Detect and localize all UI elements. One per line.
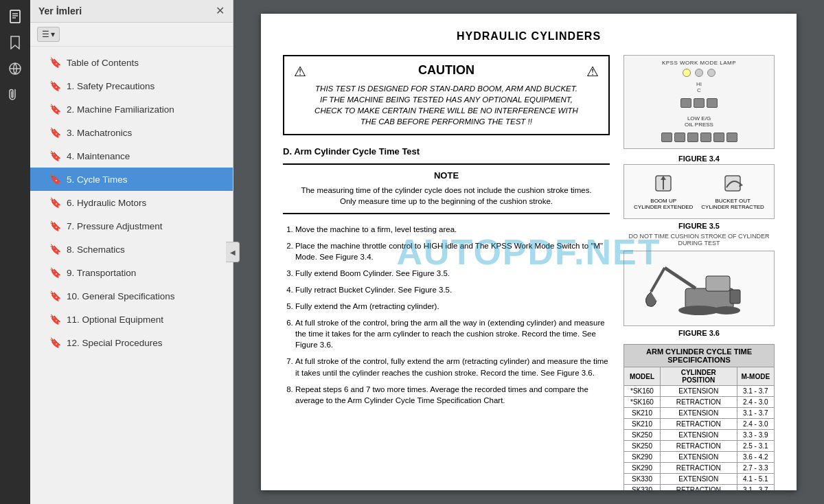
toolbar-icon-link[interactable]	[4, 58, 26, 80]
left-toolbar	[0, 0, 30, 504]
sidebar-tool-button[interactable]: ☰ ▾	[37, 27, 60, 42]
caution-text: THIS TEST IS DESIGNED FOR STAN-DARD BOOM…	[312, 83, 581, 127]
step-4: Fully retract Bucket Cylinder. See Figur…	[295, 284, 610, 295]
sidebar-item-optequip[interactable]: 🔖11. Optional Equipment	[30, 308, 233, 331]
sidebar-nav: 🔖Table of Contents🔖1. Safety Precautions…	[30, 47, 233, 504]
bookmark-icon-hydro: 🔖	[49, 197, 61, 208]
kpss-btn-8[interactable]	[713, 133, 724, 142]
step-5: Fully extend the Arm (retracting cylinde…	[295, 301, 610, 312]
table-row-6: SK290EXTENSION3.6 - 4.2	[624, 452, 775, 463]
bookmark-icon-machine: 🔖	[49, 104, 61, 115]
kpss-title: KPSS WORK MODE LAMP	[662, 60, 736, 66]
bucket-out-icon: BUCKET OUTCYLINDER RETRACTED	[701, 170, 764, 210]
toolbar-icon-attachment[interactable]	[4, 84, 26, 106]
sidebar-item-label-genspec: 10. General Specifications	[67, 291, 175, 301]
table-cell-0-2: 3.1 - 3.7	[737, 386, 774, 397]
sidebar-item-schema[interactable]: 🔖8. Schematics	[30, 238, 233, 261]
table-cell-4-2: 3.3 - 3.9	[737, 430, 774, 441]
section-d-label: D. Arm Cylinder Cycle Time Test	[283, 146, 610, 157]
table-cell-0-0: *SK160	[624, 386, 661, 397]
table-cell-1-0: *SK160	[624, 397, 661, 408]
two-col-layout: ⚠ CAUTION THIS TEST IS DESIGNED FOR STAN…	[283, 55, 775, 490]
sidebar-header: Yer İmleri ✕	[30, 0, 233, 23]
table-cell-6-1: EXTENSION	[660, 452, 737, 463]
table-cell-8-0: SK330	[624, 474, 661, 485]
table-cell-6-2: 3.6 - 4.2	[737, 452, 774, 463]
table-cell-2-0: SK210	[624, 408, 661, 419]
sidebar-toolbar: ☰ ▾	[30, 23, 233, 47]
main-content: AUTOPDF.NET HYDRAULIC CYLINDERS ⚠ CAUTIO…	[233, 0, 824, 504]
kpss-btn-6[interactable]	[687, 133, 698, 142]
kpss-buttons-row	[680, 98, 718, 108]
sidebar-close-button[interactable]: ✕	[216, 5, 225, 16]
table-header-mode: M-MODE	[737, 367, 774, 386]
bookmark-icon-mach2: 🔖	[49, 127, 61, 138]
table-row-7: SK290RETRACTION2.7 - 3.3	[624, 463, 775, 474]
caution-box: ⚠ CAUTION THIS TEST IS DESIGNED FOR STAN…	[283, 55, 610, 135]
bookmark-icon-schema: 🔖	[49, 244, 61, 255]
table-cell-9-0: SK330	[624, 485, 661, 491]
bookmark-icon-safety: 🔖	[49, 80, 61, 91]
table-cell-1-2: 2.4 - 3.0	[737, 397, 774, 408]
svg-rect-12	[706, 276, 730, 291]
kpss-buttons-row-2	[661, 133, 737, 142]
table-row-8: SK330EXTENSION4.1 - 5.1	[624, 474, 775, 485]
note-box: NOTE The measuring time of the cylinder …	[283, 163, 610, 214]
kpss-btn-9[interactable]	[726, 133, 737, 142]
kpss-btn-1[interactable]	[680, 98, 691, 108]
table-cell-5-2: 2.5 - 3.1	[737, 441, 774, 452]
toolbar-icon-document[interactable]	[4, 5, 26, 27]
table-row-9: SK330RETRACTION3.1 - 3.7	[624, 485, 775, 491]
sidebar-item-label-toc: Table of Contents	[67, 58, 139, 68]
table-body: *SK160EXTENSION3.1 - 3.7*SK160RETRACTION…	[624, 386, 775, 491]
sidebar-item-label-schema: 8. Schematics	[67, 244, 125, 255]
svg-rect-0	[10, 10, 20, 23]
sidebar-item-label-cycle: 5. Cycle Times	[67, 174, 128, 185]
table-cell-7-2: 2.7 - 3.3	[737, 463, 774, 474]
sidebar-item-toc[interactable]: 🔖Table of Contents	[30, 51, 233, 74]
table-cell-3-1: RETRACTION	[660, 419, 737, 430]
sidebar-item-mach2[interactable]: 🔖3. Machatronics	[30, 121, 233, 144]
table-cell-4-0: SK250	[624, 430, 661, 441]
figure-35-label: FIGURE 3.5	[623, 222, 775, 230]
kpss-btn-7[interactable]	[700, 133, 711, 142]
svg-rect-17	[730, 290, 740, 303]
note-title: NOTE	[293, 170, 600, 181]
table-cell-3-2: 2.4 - 3.0	[737, 419, 774, 430]
bucket-icons: BOOM UPCYLINDER EXTENDED BUCKET OUTCYLIN…	[634, 170, 764, 210]
sidebar-collapse-arrow[interactable]: ◀	[226, 242, 240, 262]
sidebar-item-label-pressure: 7. Pressure Adjustment	[67, 221, 163, 231]
steps-list: Move the machine to a firm, level testin…	[295, 224, 610, 406]
table-cell-9-1: RETRACTION	[660, 485, 737, 491]
sidebar-item-cycle[interactable]: 🔖5. Cycle Times	[30, 168, 233, 191]
svg-point-16	[713, 306, 740, 314]
bookmark-icon-genspec: 🔖	[49, 290, 61, 301]
sidebar-item-trans[interactable]: 🔖9. Transportation	[30, 261, 233, 284]
kpss-btn-2[interactable]	[694, 98, 705, 108]
sidebar-item-genspec[interactable]: 🔖10. General Specifications	[30, 284, 233, 308]
warning-triangle-left: ⚠	[294, 63, 306, 80]
table-cell-0-1: EXTENSION	[660, 386, 737, 397]
table-row-1: *SK160RETRACTION2.4 - 3.0	[624, 397, 775, 408]
step-6: At full stroke of the control, bring the…	[295, 317, 610, 350]
sidebar-item-pressure[interactable]: 🔖7. Pressure Adjustment	[30, 214, 233, 238]
toolbar-icon-bookmark[interactable]	[4, 32, 26, 54]
kpss-btn-4[interactable]	[661, 133, 672, 142]
sidebar-item-hydro[interactable]: 🔖6. Hydraulic Motors	[30, 191, 233, 214]
sidebar-item-safety[interactable]: 🔖1. Safety Precautions	[30, 74, 233, 98]
table-cell-2-1: EXTENSION	[660, 408, 737, 419]
bookmark-icon-special: 🔖	[49, 337, 61, 348]
sidebar-item-maint[interactable]: 🔖4. Maintenance	[30, 144, 233, 168]
kpss-btn-5[interactable]	[674, 133, 685, 142]
kpss-indicator-3	[707, 69, 716, 77]
note-text: The measuring time of the cylinder cycle…	[293, 185, 600, 207]
sidebar-item-label-special: 12. Special Procedures	[67, 338, 163, 348]
bookmark-icon-trans: 🔖	[49, 267, 61, 278]
sidebar-item-label-maint: 4. Maintenance	[67, 151, 130, 161]
kpss-btn-3[interactable]	[707, 98, 718, 108]
sidebar-item-machine[interactable]: 🔖2. Machine Familiarization	[30, 98, 233, 121]
bookmark-icon-optequip: 🔖	[49, 314, 61, 325]
table-title: ARM CYLINDER CYCLE TIME SPECIFICATIONS	[624, 345, 775, 367]
sidebar-item-special[interactable]: 🔖12. Special Procedures	[30, 331, 233, 354]
bookmark-icon-toc: 🔖	[49, 57, 61, 68]
